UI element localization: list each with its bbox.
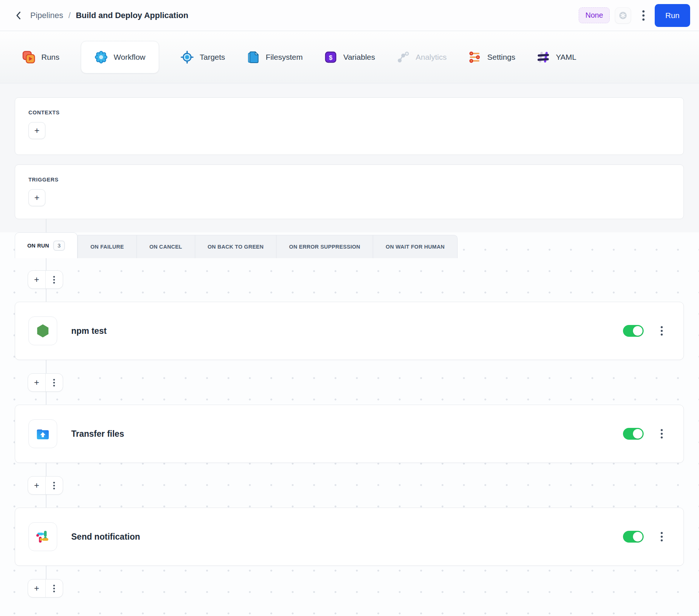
filesystem-icon: [247, 51, 260, 64]
upload-folder-icon: [34, 425, 51, 442]
action-icon-box: [28, 522, 57, 551]
kebab-icon: [642, 10, 645, 21]
actions-menu-button[interactable]: [45, 477, 63, 494]
action-title: npm test: [71, 326, 623, 336]
transfer-files-menu-button[interactable]: [656, 426, 667, 442]
on-run-count-badge: 3: [53, 240, 65, 251]
tab-workflow-label: Workflow: [114, 53, 145, 62]
tab-on-run-label: ON RUN: [27, 243, 49, 249]
tab-targets[interactable]: Targets: [180, 51, 225, 64]
triggers-section: TRIGGERS +: [15, 165, 684, 219]
settings-icon: [468, 51, 481, 64]
chevron-left-icon: [14, 11, 23, 20]
tab-targets-label: Targets: [200, 53, 225, 62]
kebab-icon: [661, 326, 663, 336]
breadcrumb-separator: /: [68, 11, 70, 20]
npm-test-menu-button[interactable]: [656, 323, 667, 339]
tab-settings-label: Settings: [487, 53, 515, 62]
kebab-icon: [53, 585, 55, 592]
contexts-section: CONTEXTS +: [15, 97, 684, 155]
runs-icon: [22, 51, 35, 64]
triggers-title: TRIGGERS: [28, 177, 670, 183]
send-notification-menu-button[interactable]: [656, 529, 667, 545]
main-tab-bar: Runs Workflow: [0, 31, 699, 83]
tab-yaml[interactable]: YAML: [537, 51, 576, 64]
tab-workflow[interactable]: Workflow: [81, 41, 159, 73]
tab-filesystem-label: Filesystem: [266, 53, 303, 62]
header-more-button[interactable]: [637, 7, 650, 24]
target-none-badge[interactable]: None: [579, 7, 610, 23]
tab-on-failure[interactable]: ON FAILURE: [78, 235, 137, 258]
tab-analytics-label: Analytics: [416, 53, 447, 62]
run-button[interactable]: Run: [655, 4, 690, 27]
targets-icon: [180, 51, 194, 64]
tab-on-run[interactable]: ON RUN 3: [15, 232, 78, 258]
breadcrumb: Pipelines / Build and Deploy Application: [30, 11, 188, 20]
actions-menu-button[interactable]: [45, 374, 63, 391]
tab-on-back-to-green-label: ON BACK TO GREEN: [208, 244, 264, 250]
variables-icon: $: [324, 51, 337, 64]
tab-variables-label: Variables: [343, 53, 375, 62]
kebab-icon: [661, 532, 663, 541]
send-notification-toggle[interactable]: [623, 531, 644, 543]
action-title: Transfer files: [71, 429, 623, 439]
action-card-transfer-files[interactable]: Transfer files: [15, 405, 684, 463]
tab-variables[interactable]: $ Variables: [324, 51, 375, 64]
npm-test-toggle[interactable]: [623, 325, 644, 337]
tab-analytics: Analytics: [396, 51, 447, 64]
svg-text:$: $: [329, 54, 333, 61]
page-title: Build and Deploy Application: [76, 11, 188, 20]
toggle-knob: [633, 326, 643, 336]
action-icon-box: [28, 419, 57, 448]
add-trigger-button[interactable]: +: [28, 189, 45, 206]
action-card-npm-test[interactable]: npm test: [15, 302, 684, 360]
tab-on-cancel-label: ON CANCEL: [149, 244, 182, 250]
slack-icon: [35, 529, 51, 545]
event-tab-group: ON FAILURE ON CANCEL ON BACK TO GREEN ON…: [78, 235, 458, 258]
kebab-icon: [53, 482, 55, 489]
tab-on-error-suppression-label: ON ERROR SUPPRESSION: [289, 244, 360, 250]
toggle-knob: [633, 429, 643, 439]
insert-bar-1: +: [28, 270, 63, 289]
tab-on-back-to-green[interactable]: ON BACK TO GREEN: [195, 235, 276, 258]
tab-on-cancel[interactable]: ON CANCEL: [137, 235, 195, 258]
kebab-icon: [661, 429, 663, 439]
event-tab-bar: ON RUN 3 ON FAILURE ON CANCEL ON BACK TO…: [15, 232, 458, 258]
tab-runs[interactable]: Runs: [22, 51, 59, 64]
asterisk-icon: [618, 11, 628, 20]
insert-bar-4: +: [28, 579, 63, 598]
contexts-title: CONTEXTS: [28, 110, 670, 115]
yaml-icon: [537, 51, 550, 64]
target-selector-button[interactable]: [615, 7, 631, 24]
add-action-button[interactable]: +: [28, 271, 45, 288]
insert-bar-2: +: [28, 373, 63, 392]
header: Pipelines / Build and Deploy Application…: [0, 0, 699, 31]
tab-on-wait-for-human[interactable]: ON WAIT FOR HUMAN: [373, 235, 457, 258]
breadcrumb-pipelines[interactable]: Pipelines: [30, 11, 63, 20]
back-button[interactable]: [11, 8, 26, 23]
transfer-files-toggle[interactable]: [623, 428, 644, 440]
tab-on-error-suppression[interactable]: ON ERROR SUPPRESSION: [276, 235, 373, 258]
analytics-icon: [396, 51, 410, 64]
action-title: Send notification: [71, 532, 623, 542]
toggle-knob: [633, 532, 643, 541]
tab-filesystem[interactable]: Filesystem: [247, 51, 303, 64]
add-action-button[interactable]: +: [28, 579, 45, 597]
kebab-icon: [53, 379, 55, 387]
add-context-button[interactable]: +: [28, 122, 45, 139]
actions-menu-button[interactable]: [45, 579, 63, 597]
add-action-button[interactable]: +: [28, 477, 45, 494]
add-action-button[interactable]: +: [28, 374, 45, 391]
nodejs-icon: [35, 323, 51, 339]
tab-runs-label: Runs: [41, 53, 59, 62]
action-icon-box: [28, 316, 57, 345]
action-card-send-notification[interactable]: Send notification: [15, 508, 684, 566]
actions-menu-button[interactable]: [45, 271, 63, 288]
kebab-icon: [53, 276, 55, 284]
workflow-icon: [94, 51, 108, 64]
tab-yaml-label: YAML: [556, 53, 576, 62]
insert-bar-3: +: [28, 476, 63, 495]
tab-settings[interactable]: Settings: [468, 51, 515, 64]
tab-on-failure-label: ON FAILURE: [90, 244, 124, 250]
tab-on-wait-for-human-label: ON WAIT FOR HUMAN: [386, 244, 445, 250]
